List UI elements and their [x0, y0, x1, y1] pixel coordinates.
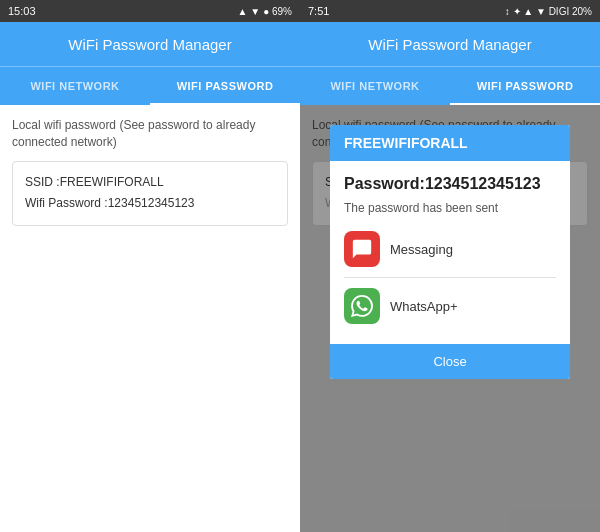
whatsapp-icon: [344, 288, 380, 324]
close-button[interactable]: Close: [330, 344, 570, 379]
messaging-label: Messaging: [390, 242, 453, 257]
messaging-icon: [344, 231, 380, 267]
dialog-password-text: Password:1234512345123: [344, 175, 556, 193]
whatsapp-label: WhatsApp+: [390, 299, 458, 314]
ssid-row-left: SSID :FREEWIFIFORALL: [25, 172, 275, 194]
top-bar-right: WiFi Password Manager: [300, 22, 600, 66]
phone-left: 15:03 ▲ ▼ ● 69% WiFi Password Manager WI…: [0, 0, 300, 532]
dialog-overlay: FREEWIFIFORALL Password:1234512345123 Th…: [300, 105, 600, 532]
status-icons-right: ↕ ✦ ▲ ▼ DIGI 20%: [505, 6, 592, 17]
dialog-sent-text: The password has been sent: [344, 201, 556, 215]
status-bar-left: 15:03 ▲ ▼ ● 69%: [0, 0, 300, 22]
share-dialog: FREEWIFIFORALL Password:1234512345123 Th…: [330, 125, 570, 379]
tab-wifi-network-right[interactable]: WIFI NETWORK: [300, 67, 450, 105]
wifi-info-box-left: SSID :FREEWIFIFORALL Wifi Password :1234…: [12, 161, 288, 226]
wifi-description-left: Local wifi password (See password to alr…: [12, 117, 288, 151]
tab-wifi-password-right[interactable]: WIFI PASSWORD: [450, 67, 600, 105]
tabs-left: WIFI NETWORK WIFI PASSWORD: [0, 66, 300, 105]
time-right: 7:51: [308, 5, 329, 17]
phone-right: 7:51 ↕ ✦ ▲ ▼ DIGI 20% WiFi Password Mana…: [300, 0, 600, 532]
whatsapp-app-row[interactable]: WhatsApp+: [344, 282, 556, 330]
messaging-app-row[interactable]: Messaging: [344, 225, 556, 273]
messaging-svg: [351, 238, 373, 260]
dialog-body: Password:1234512345123 The password has …: [330, 161, 570, 344]
tab-wifi-network-left[interactable]: WIFI NETWORK: [0, 67, 150, 105]
whatsapp-svg: [351, 295, 373, 317]
tabs-right: WIFI NETWORK WIFI PASSWORD: [300, 66, 600, 105]
right-content: Local wifi password (See password to alr…: [300, 105, 600, 532]
content-left: Local wifi password (See password to alr…: [0, 105, 300, 532]
app-title-right: WiFi Password Manager: [368, 36, 531, 53]
status-bar-right: 7:51 ↕ ✦ ▲ ▼ DIGI 20%: [300, 0, 600, 22]
app-divider: [344, 277, 556, 278]
password-row-left: Wifi Password :1234512345123: [25, 193, 275, 215]
status-icons-left: ▲ ▼ ● 69%: [238, 6, 292, 17]
time-left: 15:03: [8, 5, 36, 17]
dialog-title: FREEWIFIFORALL: [330, 125, 570, 161]
app-title-left: WiFi Password Manager: [68, 36, 231, 53]
tab-wifi-password-left[interactable]: WIFI PASSWORD: [150, 67, 300, 105]
top-bar-left: WiFi Password Manager: [0, 22, 300, 66]
